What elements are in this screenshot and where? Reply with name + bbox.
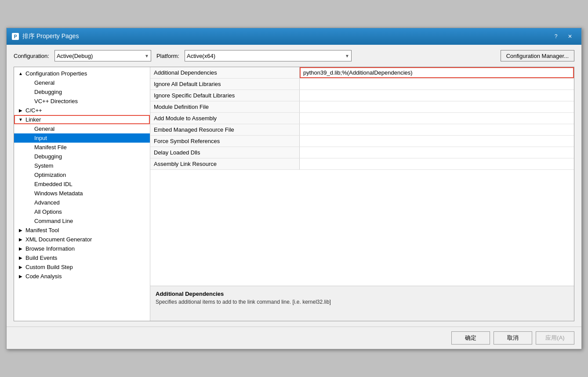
tree-item-custom-build-step[interactable]: ▶Custom Build Step (14, 262, 150, 272)
tree-item-advanced[interactable]: Advanced (14, 198, 150, 207)
tree-label-code-analysis: Code Analysis (25, 273, 62, 280)
prop-name-add-module-to-assembly: Add Module to Assembly (150, 113, 300, 124)
prop-value-force-symbol-references (300, 136, 574, 147)
prop-row-delay-loaded-dlls[interactable]: Delay Loaded Dlls (150, 147, 574, 158)
tree-item-xml-document-generator[interactable]: ▶XML Document Generator (14, 235, 150, 244)
tree-item-vc-directories[interactable]: VC++ Directories (14, 97, 150, 106)
description-panel: Additional Dependencies Specifies additi… (150, 286, 574, 321)
prop-row-embed-managed-resource[interactable]: Embed Managed Resource File (150, 124, 574, 136)
tree-item-cpp[interactable]: ▶C/C++ (14, 106, 150, 115)
tree-item-command-line[interactable]: Command Line (14, 216, 150, 226)
tree-item-system[interactable]: System (14, 161, 150, 170)
tree-item-general[interactable]: General (14, 78, 150, 87)
tree-label-advanced: Advanced (34, 199, 60, 206)
config-row: Configuration: Active(Debug) ▼ Platform:… (14, 50, 574, 61)
tree-label-general: General (34, 79, 54, 86)
tree-label-cpp: C/C++ (25, 107, 42, 114)
prop-value-assembly-link-resource (300, 158, 574, 169)
prop-row-add-module-to-assembly[interactable]: Add Module to Assembly (150, 113, 574, 124)
title-bar-left: P 排序 Property Pages (12, 32, 79, 40)
tree-label-manifest-tool: Manifest Tool (25, 227, 59, 233)
tree-item-browse-information[interactable]: ▶Browse Information (14, 244, 150, 253)
close-button[interactable]: ✕ (564, 32, 576, 41)
tree-item-code-analysis[interactable]: ▶Code Analysis (14, 272, 150, 281)
tree-label-manifest-file: Manifest File (34, 144, 67, 151)
tree-toggle-code-analysis: ▶ (18, 274, 24, 279)
prop-value-ignore-specific-default (300, 90, 574, 101)
prop-row-assembly-link-resource[interactable]: Assembly Link Resource (150, 158, 574, 170)
help-button[interactable]: ? (550, 32, 562, 41)
prop-name-ignore-all-default: Ignore All Default Libraries (150, 79, 300, 90)
tree-item-linker-debugging[interactable]: Debugging (14, 152, 150, 161)
title-bar: P 排序 Property Pages ? ✕ (7, 28, 581, 45)
tree-label-command-line: Command Line (34, 218, 73, 224)
tree-toggle-manifest-tool: ▶ (18, 228, 24, 233)
button-row: 确定 取消 应用(A) (7, 327, 581, 349)
tree-toggle-build-events: ▶ (18, 255, 24, 260)
tree-item-manifest-tool[interactable]: ▶Manifest Tool (14, 226, 150, 235)
tree-label-debugging: Debugging (34, 89, 62, 95)
prop-row-ignore-specific-default[interactable]: Ignore Specific Default Libraries (150, 90, 574, 101)
tree-item-all-options[interactable]: All Options (14, 207, 150, 216)
tree-label-embedded-idl: Embedded IDL (34, 181, 73, 187)
tree-item-manifest-file[interactable]: Manifest File (14, 143, 150, 152)
prop-value-module-definition-file (300, 101, 574, 112)
properties-grid: Additional Dependenciespython39_d.lib;%(… (150, 67, 574, 286)
prop-value-add-module-to-assembly (300, 113, 574, 124)
platform-select[interactable]: Active(x64) ▼ (185, 50, 352, 61)
tree-label-windows-metadata: Windows Metadata (34, 190, 83, 197)
prop-name-ignore-specific-default: Ignore Specific Default Libraries (150, 90, 300, 101)
prop-name-force-symbol-references: Force Symbol References (150, 136, 300, 147)
ok-button[interactable]: 确定 (451, 331, 490, 345)
tree-label-xml-document-generator: XML Document Generator (25, 236, 92, 243)
platform-select-arrow: ▼ (345, 54, 349, 58)
tree-label-linker-input: Input (34, 135, 47, 141)
properties-panel: Additional Dependenciespython39_d.lib;%(… (150, 67, 574, 321)
prop-name-assembly-link-resource: Assembly Link Resource (150, 158, 300, 169)
prop-value-ignore-all-default (300, 79, 574, 90)
tree-label-linker-debugging: Debugging (34, 153, 62, 160)
config-select[interactable]: Active(Debug) ▼ (54, 50, 151, 61)
tree-label-vc-directories: VC++ Directories (34, 98, 78, 104)
tree-label-browse-information: Browse Information (25, 245, 75, 252)
platform-label: Platform: (156, 53, 179, 59)
tree-item-build-events[interactable]: ▶Build Events (14, 253, 150, 262)
config-manager-button[interactable]: Configuration Manager... (501, 50, 574, 61)
tree-label-all-options: All Options (34, 208, 62, 215)
prop-row-force-symbol-references[interactable]: Force Symbol References (150, 136, 574, 147)
prop-row-ignore-all-default[interactable]: Ignore All Default Libraries (150, 79, 574, 90)
prop-name-module-definition-file: Module Definition File (150, 101, 300, 112)
property-pages-dialog: P 排序 Property Pages ? ✕ Configuration: A… (6, 28, 582, 349)
tree-label-linker-general: General (34, 126, 54, 132)
tree-label-configuration-properties: Configuration Properties (25, 70, 87, 77)
tree-item-linker[interactable]: ▼Linker (14, 115, 150, 124)
tree-label-linker: Linker (25, 116, 41, 123)
prop-value-delay-loaded-dlls (300, 147, 574, 158)
main-content: ▲Configuration PropertiesGeneralDebuggin… (14, 67, 574, 321)
tree-label-custom-build-step: Custom Build Step (25, 264, 73, 270)
dialog-body: Configuration: Active(Debug) ▼ Platform:… (7, 45, 581, 327)
tree-item-linker-general[interactable]: General (14, 124, 150, 133)
tree-toggle-cpp: ▶ (18, 108, 24, 113)
title-bar-controls: ? ✕ (550, 32, 576, 41)
tree-item-embedded-idl[interactable]: Embedded IDL (14, 180, 150, 189)
app-icon: P (12, 33, 19, 40)
prop-row-additional-dependencies[interactable]: Additional Dependenciespython39_d.lib;%(… (150, 67, 574, 79)
prop-value-embed-managed-resource (300, 124, 574, 135)
tree-toggle-custom-build-step: ▶ (18, 265, 24, 269)
cancel-button[interactable]: 取消 (494, 331, 532, 345)
prop-row-module-definition-file[interactable]: Module Definition File (150, 101, 574, 113)
config-value: Active(Debug) (57, 53, 93, 59)
prop-name-embed-managed-resource: Embed Managed Resource File (150, 124, 300, 135)
config-label: Configuration: (14, 53, 49, 59)
tree-item-configuration-properties[interactable]: ▲Configuration Properties (14, 69, 150, 78)
tree-panel: ▲Configuration PropertiesGeneralDebuggin… (14, 67, 150, 321)
platform-value: Active(x64) (187, 53, 215, 59)
description-title: Additional Dependencies (156, 291, 569, 297)
tree-label-build-events: Build Events (25, 255, 57, 261)
tree-item-windows-metadata[interactable]: Windows Metadata (14, 189, 150, 198)
tree-item-debugging[interactable]: Debugging (14, 87, 150, 97)
tree-item-optimization[interactable]: Optimization (14, 170, 150, 180)
apply-button[interactable]: 应用(A) (536, 331, 574, 345)
tree-item-linker-input[interactable]: Input (14, 133, 150, 143)
